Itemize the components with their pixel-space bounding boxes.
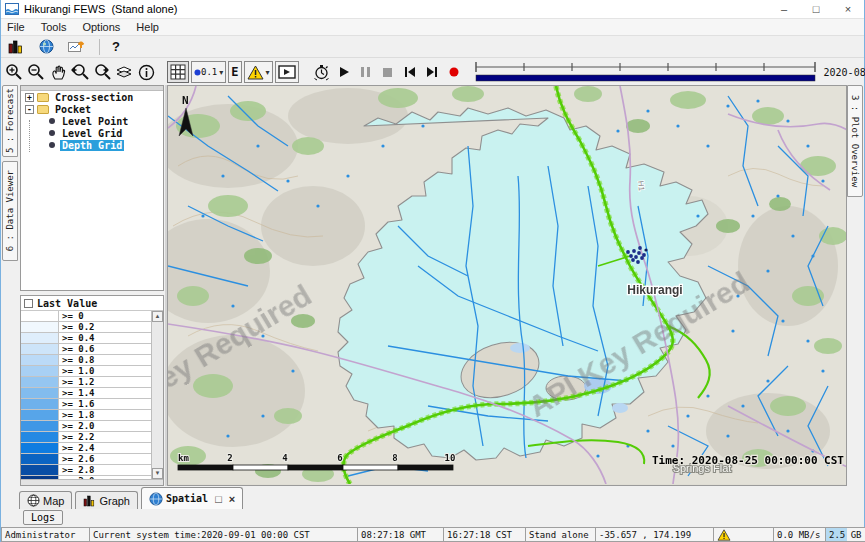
tab-close-icon[interactable]: × bbox=[229, 493, 235, 505]
status-bar: Administrator Current system time:2020-0… bbox=[1, 527, 865, 542]
scroll-down-icon[interactable]: ▼ bbox=[152, 468, 163, 479]
threshold-dropdown[interactable]: 0.1 ▾ bbox=[191, 61, 226, 83]
status-gmt-time: 08:27:18 GMT bbox=[357, 527, 443, 542]
info-icon[interactable] bbox=[135, 61, 157, 83]
main-toolbar: ? bbox=[1, 36, 864, 58]
database-icon[interactable] bbox=[5, 36, 27, 58]
warning-icon bbox=[717, 529, 731, 541]
label-toggle-button[interactable]: E bbox=[228, 61, 241, 83]
scroll-up-icon[interactable]: ▲ bbox=[152, 311, 163, 322]
menu-options[interactable]: Options bbox=[82, 21, 120, 33]
pan-hand-icon[interactable] bbox=[47, 61, 69, 83]
tab-forecast[interactable]: 5 : Forecast bbox=[2, 85, 18, 157]
logs-button[interactable]: Logs bbox=[23, 510, 63, 525]
animation-window-button[interactable] bbox=[275, 61, 299, 83]
title-bar: Hikurangi FEWS (Stand alone) – □ × bbox=[1, 0, 864, 19]
status-warning-cell[interactable] bbox=[713, 527, 773, 542]
node-bullet-icon bbox=[49, 118, 55, 124]
menu-help[interactable]: Help bbox=[136, 21, 159, 33]
spatial-map[interactable]: API Key Required API Key Required Hikura… bbox=[167, 85, 847, 486]
legend-row: >= 2.8 bbox=[21, 465, 151, 476]
tree-node-pocket[interactable]: - Pocket bbox=[21, 103, 163, 115]
collapse-icon[interactable]: - bbox=[25, 105, 34, 114]
pause-button[interactable] bbox=[355, 61, 377, 83]
color-swatch bbox=[21, 344, 59, 354]
legend-row: >= 1.2 bbox=[21, 377, 151, 388]
warning-icon bbox=[247, 65, 264, 80]
folder-icon bbox=[37, 105, 49, 114]
help-button[interactable]: ? bbox=[112, 39, 120, 54]
color-swatch bbox=[21, 355, 59, 365]
menu-tools[interactable]: Tools bbox=[41, 21, 67, 33]
chart-export-icon[interactable] bbox=[65, 36, 87, 58]
color-swatch bbox=[21, 311, 59, 321]
data-viewer-panel: + Cross-section - Pocket Level Point Lev… bbox=[19, 85, 167, 486]
svg-text:10: 10 bbox=[445, 453, 456, 463]
last-value-checkbox[interactable] bbox=[24, 299, 33, 308]
tab-maximize-icon[interactable]: □ bbox=[215, 493, 222, 505]
play-button[interactable] bbox=[333, 61, 355, 83]
legend-panel: Last Value >= 0 >= 0.2 >= 0.4 >= 0.6 >= … bbox=[20, 295, 164, 486]
globe-icon[interactable] bbox=[35, 36, 57, 58]
view-tab-bar: Map Graph Spatial □ × bbox=[19, 487, 243, 509]
minimize-button[interactable]: – bbox=[768, 0, 800, 18]
tree-guide-lines bbox=[29, 120, 43, 152]
close-button[interactable]: × bbox=[832, 0, 864, 18]
color-swatch bbox=[21, 333, 59, 343]
color-swatch bbox=[21, 377, 59, 387]
legend-hscrollbar[interactable] bbox=[21, 479, 163, 485]
tab-map[interactable]: Map bbox=[19, 491, 72, 509]
legend-row: >= 0 bbox=[21, 311, 151, 322]
expand-icon[interactable]: + bbox=[25, 93, 34, 102]
menu-file[interactable]: File bbox=[7, 21, 25, 33]
legend-row: >= 2.4 bbox=[21, 443, 151, 454]
skip-to-start-button[interactable] bbox=[399, 61, 421, 83]
legend-scrollbar[interactable]: ▲ ▼ bbox=[151, 311, 163, 479]
status-coordinates: -35.657 , 174.199 bbox=[595, 527, 713, 542]
zoom-next-icon[interactable] bbox=[91, 61, 113, 83]
skip-to-end-button[interactable] bbox=[421, 61, 443, 83]
last-value-label: Last Value bbox=[37, 298, 97, 309]
status-memory[interactable]: 2.5 GB bbox=[825, 527, 865, 542]
record-button[interactable] bbox=[443, 61, 465, 83]
animation-settings-icon[interactable] bbox=[311, 61, 333, 83]
tab-graph[interactable]: Graph bbox=[75, 491, 138, 509]
tab-plot-overview[interactable]: 3 : Plot Overview bbox=[847, 85, 863, 197]
legend-row: >= 3.0 bbox=[21, 476, 151, 479]
tab-spatial[interactable]: Spatial □ × bbox=[141, 487, 243, 509]
warning-layer-dropdown[interactable]: ▾ bbox=[244, 61, 273, 83]
zoom-previous-icon[interactable] bbox=[69, 61, 91, 83]
timeline-slider[interactable] bbox=[473, 60, 818, 84]
legend-header: Last Value bbox=[21, 296, 163, 311]
color-swatch bbox=[21, 465, 59, 475]
svg-text:8: 8 bbox=[392, 453, 397, 463]
legend-row: >= 2.2 bbox=[21, 432, 151, 443]
left-tab-strip: 5 : Forecast 6 : Data Viewer bbox=[1, 85, 19, 486]
legend-row: >= 0.6 bbox=[21, 344, 151, 355]
menu-bar: File Tools Options Help bbox=[1, 19, 864, 36]
color-swatch bbox=[21, 476, 59, 479]
maximize-button[interactable]: □ bbox=[800, 0, 832, 18]
legend-row: >= 2.6 bbox=[21, 454, 151, 465]
legend-row: >= 2.0 bbox=[21, 421, 151, 432]
map-time-label: Time: 2020-08-25 00:00:00 CST bbox=[652, 454, 844, 467]
app-logo-icon bbox=[5, 3, 19, 15]
toolbar-separator bbox=[99, 39, 100, 55]
svg-text:km: km bbox=[178, 453, 189, 463]
legend-table: >= 0 >= 0.2 >= 0.4 >= 0.6 >= 0.8 >= 1.0 … bbox=[21, 311, 151, 479]
globe-icon bbox=[149, 492, 163, 506]
tree-node-cross-section[interactable]: + Cross-section bbox=[21, 91, 163, 103]
color-swatch bbox=[21, 454, 59, 464]
zoom-out-icon[interactable] bbox=[25, 61, 47, 83]
zoom-in-icon[interactable] bbox=[3, 61, 25, 83]
grid-layer-button[interactable] bbox=[167, 61, 189, 83]
application-window: Hikurangi FEWS (Stand alone) – □ × File … bbox=[0, 0, 865, 542]
bar-chart-icon bbox=[83, 495, 96, 507]
status-local-time: 16:27:18 CST bbox=[443, 527, 525, 542]
tab-data-viewer[interactable]: 6 : Data Viewer bbox=[2, 161, 18, 261]
status-network: 0.0 MB/s bbox=[773, 527, 825, 542]
legend-row: >= 0.2 bbox=[21, 322, 151, 333]
layers-icon[interactable] bbox=[113, 61, 135, 83]
stop-button[interactable] bbox=[377, 61, 399, 83]
color-swatch bbox=[21, 410, 59, 420]
